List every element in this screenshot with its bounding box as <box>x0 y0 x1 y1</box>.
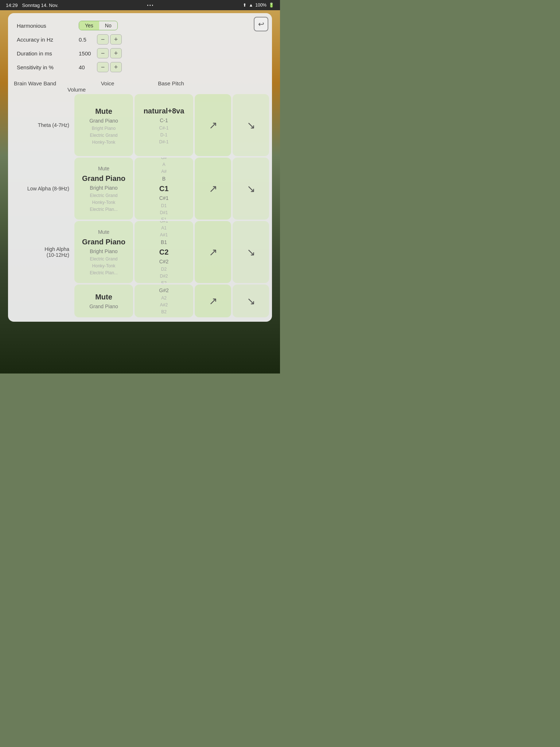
location-icon: ⬆ <box>243 3 246 8</box>
settings-section: Harmonious Yes No Accuracy in Hz 0.5 − +… <box>8 13 272 79</box>
pitch-picker-1[interactable]: G#AA#BC1C#1D1D#1E1 <box>135 158 193 220</box>
wifi-icon: ▲ <box>249 3 253 8</box>
band-label-3 <box>11 285 73 317</box>
header-pitch: Base Pitch <box>139 80 203 86</box>
volume-down-0[interactable]: ↘ <box>233 94 269 156</box>
accuracy-minus[interactable]: − <box>97 34 109 44</box>
sensitivity-value: 40 <box>79 64 97 70</box>
yes-button[interactable]: Yes <box>79 21 99 30</box>
status-bar: 14:29 Sonntag 14. Nov. ••• ⬆ ▲ 100% 🔋 <box>0 0 280 10</box>
battery-icon: 🔋 <box>269 3 274 8</box>
back-button[interactable]: ↩ <box>254 17 268 31</box>
band-row: Theta (4-7Hz)MuteGrand PianoBright Piano… <box>11 94 269 156</box>
accuracy-row: Accuracy in Hz 0.5 − + <box>17 34 263 45</box>
duration-value: 1500 <box>79 50 97 57</box>
band-row: Low Alpha (8-9Hz)MuteGrand PianoBright P… <box>11 158 269 220</box>
status-date: Sonntag 14. Nov. <box>22 3 59 8</box>
battery-text: 100% <box>255 3 267 8</box>
sensitivity-row: Sensitivity in % 40 − + <box>17 61 263 73</box>
sensitivity-plus[interactable]: + <box>110 62 122 72</box>
voice-picker-1[interactable]: MuteGrand PianoBright PianoElectric Gran… <box>74 158 133 220</box>
sensitivity-minus[interactable]: − <box>97 62 109 72</box>
status-time: 14:29 <box>6 3 18 8</box>
band-row: MuteGrand PianoG#2A2A#2B2↗↘ <box>11 285 269 317</box>
voice-picker-3[interactable]: MuteGrand Piano <box>74 285 133 317</box>
volume-down-3[interactable]: ↘ <box>233 285 269 317</box>
duration-plus[interactable]: + <box>110 48 122 58</box>
header-band: Brain Wave Band <box>14 80 76 86</box>
column-headers: Brain Wave Band Voice Base Pitch Volume <box>11 79 269 94</box>
bands-container: Theta (4-7Hz)MuteGrand PianoBright Piano… <box>8 94 272 317</box>
accuracy-plus[interactable]: + <box>110 34 122 44</box>
header-volume: Volume <box>14 86 139 93</box>
duration-minus[interactable]: − <box>97 48 109 58</box>
volume-down-2[interactable]: ↘ <box>233 221 269 283</box>
volume-up-3[interactable]: ↗ <box>195 285 231 317</box>
status-right: ⬆ ▲ 100% 🔋 <box>243 3 274 8</box>
sensitivity-label: Sensitivity in % <box>17 64 79 70</box>
duration-stepper: − + <box>97 48 122 58</box>
sensitivity-stepper: − + <box>97 62 122 72</box>
volume-down-1[interactable]: ↘ <box>233 158 269 220</box>
volume-up-2[interactable]: ↗ <box>195 221 231 283</box>
modal-dialog: ↩ Harmonious Yes No Accuracy in Hz 0.5 −… <box>8 13 272 322</box>
pitch-picker-3[interactable]: G#2A2A#2B2 <box>135 285 193 317</box>
duration-row: Duration in ms 1500 − + <box>17 47 263 59</box>
accuracy-label: Accuracy in Hz <box>17 36 79 43</box>
band-label-1: Low Alpha (8-9Hz) <box>11 158 73 220</box>
band-label-2: High Alpha (10-12Hz) <box>11 221 73 283</box>
pitch-picker-0[interactable]: natural+8vaC-1C#-1D-1D#-1 <box>135 94 193 156</box>
no-button[interactable]: No <box>99 21 117 30</box>
voice-picker-0[interactable]: MuteGrand PianoBright PianoElectric Gran… <box>74 94 133 156</box>
header-voice: Voice <box>76 80 139 86</box>
voice-picker-2[interactable]: MuteGrand PianoBright PianoElectric Gran… <box>74 221 133 283</box>
harmonious-label: Harmonious <box>17 23 79 29</box>
harmonious-row: Harmonious Yes No <box>17 20 263 31</box>
band-row: High Alpha (10-12Hz)MuteGrand PianoBrigh… <box>11 221 269 283</box>
accuracy-value: 0.5 <box>79 36 97 43</box>
band-label-0: Theta (4-7Hz) <box>11 94 73 156</box>
dot-indicator: ••• <box>147 3 154 7</box>
pitch-picker-2[interactable]: G#1A1A#1B1C2C#2D2D#2E2 <box>135 221 193 283</box>
duration-label: Duration in ms <box>17 50 79 57</box>
harmonious-toggle[interactable]: Yes No <box>79 21 118 30</box>
volume-up-1[interactable]: ↗ <box>195 158 231 220</box>
volume-up-0[interactable]: ↗ <box>195 94 231 156</box>
accuracy-stepper: − + <box>97 34 122 44</box>
